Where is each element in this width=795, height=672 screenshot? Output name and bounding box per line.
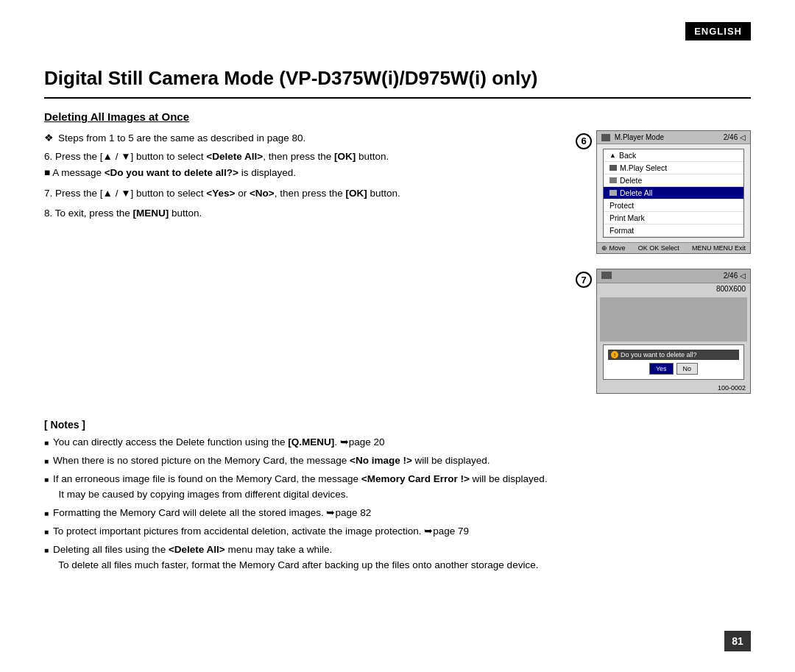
ss6-footer: ⊕ Move OK OK Select MENU MENU Exit (597, 242, 750, 253)
screenshots-wrapper: 6 M.Player Mode 2/46 ◁ ▲ Back (596, 130, 751, 403)
screenshot-6-item: 6 M.Player Mode 2/46 ◁ ▲ Back (596, 130, 751, 254)
note-bullet-1: ■ (44, 437, 49, 449)
note-5: ■ To protect important pictures from acc… (44, 524, 751, 540)
ss7-resolution: 800X600 (597, 283, 750, 294)
ss7-icon-left (601, 272, 612, 280)
menu-delete-all: Delete All (604, 187, 743, 199)
note-text-5: To protect important pictures from accid… (53, 524, 469, 540)
page-container: ENGLISH Digital Still Camera Mode (VP-D3… (0, 0, 795, 672)
note-4: ■ Formatting the Memory Card will delete… (44, 506, 751, 521)
step-8: 8. To exit, press the [MENU] button. (44, 205, 559, 222)
menu-print-mark: Print Mark (604, 212, 743, 224)
note-text-3: If an erroneous image file is found on t… (53, 472, 548, 503)
note-6: ■ Deleting all files using the <Delete A… (44, 542, 751, 573)
menu-mplay-select: M.Play Select (604, 162, 743, 174)
ss7-dialog-header: ! Do you want to delete all? (608, 350, 739, 360)
intro-bullet: Steps from 1 to 5 are the same as descri… (44, 130, 559, 146)
ss6-move: ⊕ Move (601, 244, 626, 252)
step-circle-7: 7 (576, 272, 592, 288)
step-circle-6: 6 (576, 133, 592, 149)
note-bullet-2: ■ (44, 456, 49, 467)
notes-section: [ Notes ] ■ You can directly access the … (44, 419, 751, 573)
note-bullet-4: ■ (44, 508, 49, 520)
note-text-1: You can directly access the Delete funct… (53, 435, 385, 450)
menu-back: ▲ Back (604, 149, 743, 162)
ss7-yes-button[interactable]: Yes (649, 363, 674, 375)
menu-format: Format (604, 224, 743, 237)
note-bullet-6: ■ (44, 545, 49, 556)
page-title: Digital Still Camera Mode (VP-D375W(i)/D… (44, 66, 751, 99)
section-heading: Deleting All Images at Once (44, 110, 751, 123)
ss6-mode: M.Player Mode (601, 133, 664, 141)
ss7-dialog-buttons: Yes No (608, 363, 739, 375)
note-2: ■ When there is no stored picture on the… (44, 453, 751, 469)
text-column: Steps from 1 to 5 are the same as descri… (44, 130, 559, 403)
ss6-top-bar: M.Player Mode 2/46 ◁ (597, 131, 750, 144)
step-6: 6. Press the [▲ / ▼] button to select <D… (44, 149, 559, 180)
note-bullet-5: ■ (44, 526, 49, 538)
notes-header: [ Notes ] (44, 419, 751, 431)
step-7: 7. Press the [▲ / ▼] button to select <Y… (44, 185, 559, 202)
ss7-footer: 100-0002 (597, 383, 750, 393)
ss6-menu: ▲ Back M.Play Select Delete Delete All (603, 149, 744, 238)
ss7-counter: 2/46 ◁ (724, 272, 746, 280)
note-bullet-3: ■ (44, 474, 49, 486)
menu-delete: Delete (604, 174, 743, 187)
ss6-menu-exit: MENU MENU Exit (692, 244, 746, 252)
note-text-4: Formatting the Memory Card will delete a… (53, 506, 371, 521)
page-number: 81 (724, 631, 751, 651)
ss7-top-bar: 2/46 ◁ (597, 269, 750, 283)
ss7-dialog-text: Do you want to delete all? (621, 351, 697, 358)
screenshot-7: 2/46 ◁ 800X600 ! Do you want to delete a… (596, 269, 751, 394)
ss7-dialog: ! Do you want to delete all? Yes No (603, 344, 744, 380)
ss6-counter: 2/46 ◁ (724, 133, 746, 141)
note-3: ■ If an erroneous image file is found on… (44, 472, 751, 503)
intro-bullet-text: Steps from 1 to 5 are the same as descri… (58, 130, 305, 146)
note-1: ■ You can directly access the Delete fun… (44, 435, 751, 450)
menu-protect: Protect (604, 199, 743, 212)
note-text-6: Deleting all files using the <Delete All… (53, 542, 538, 573)
ss7-no-button[interactable]: No (676, 363, 699, 375)
content-area: Steps from 1 to 5 are the same as descri… (44, 130, 751, 403)
screenshot-7-item: 7 2/46 ◁ 800X600 ! Do you want to delete… (596, 269, 751, 394)
english-badge: ENGLISH (685, 22, 751, 40)
ss7-image-area (600, 297, 747, 342)
ss6-ok: OK OK Select (638, 244, 679, 252)
note-text-2: When there is no stored picture on the M… (53, 453, 490, 469)
screenshot-6: M.Player Mode 2/46 ◁ ▲ Back M.Play Selec… (596, 130, 751, 254)
